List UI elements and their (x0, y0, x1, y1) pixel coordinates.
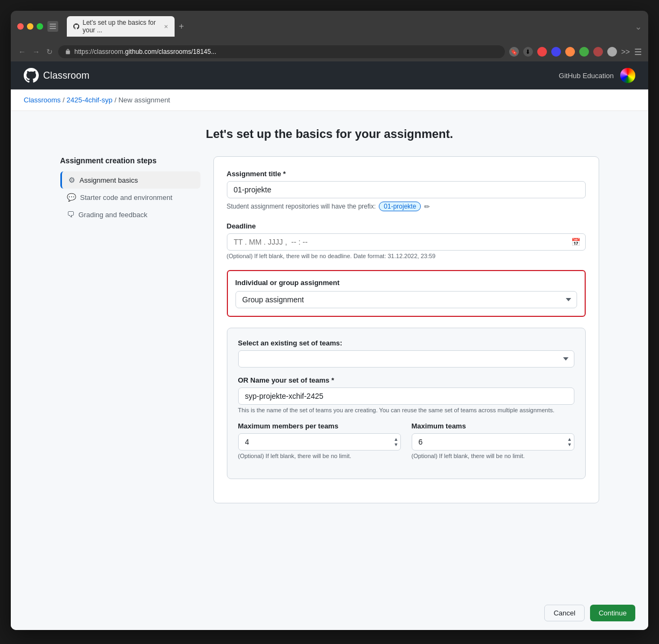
max-teams-hint: (Optional) If left blank, there will be … (412, 453, 574, 459)
tab-close-icon[interactable]: ✕ (164, 24, 168, 30)
svg-rect-2 (50, 28, 56, 29)
avatar[interactable] (620, 68, 635, 83)
tab-title: Let's set up the basics for your ... (82, 19, 158, 34)
breadcrumb-classrooms[interactable]: Classrooms (24, 96, 61, 104)
name-teams-hint: This is the name of the set of teams you… (238, 407, 574, 413)
assignment-type-select-wrapper: Individual assignment Group assignment (235, 291, 577, 308)
max-members-stepper[interactable]: ▲ ▼ (394, 437, 399, 447)
sidebar: Assignment creation steps ⚙ Assignment b… (60, 156, 200, 503)
max-members-input-wrapper: ▲ ▼ (238, 433, 401, 451)
menu-icon[interactable]: ☰ (634, 47, 642, 57)
gh-education-text: GitHub Education (559, 72, 614, 80)
max-members-up-icon[interactable]: ▲ (394, 437, 399, 442)
window-controls: ⌄ (635, 22, 642, 32)
gh-logo-text: Classroom (43, 70, 89, 81)
select-teams-group: Select an existing set of teams: (238, 339, 574, 368)
close-button[interactable] (17, 23, 24, 30)
bookmark-icon[interactable]: 🔖 (509, 47, 519, 57)
download-icon[interactable]: ⬇ (523, 47, 533, 57)
gh-logo: Classroom (24, 68, 89, 83)
max-teams-down-icon[interactable]: ▼ (567, 442, 572, 447)
ext2-icon[interactable] (551, 47, 561, 57)
back-button[interactable]: ← (17, 46, 27, 57)
sidebar-label-starter: Starter code and environment (80, 193, 172, 202)
sidebar-item-starter[interactable]: 💬 Starter code and environment (60, 189, 200, 206)
deadline-label: Deadline (227, 222, 586, 230)
active-tab[interactable]: Let's set up the basics for your ... ✕ (67, 16, 175, 37)
breadcrumb: Classrooms / 2425-4chif-syp / New assign… (11, 89, 648, 111)
footer: Cancel Continue (11, 596, 648, 630)
name-teams-group: OR Name your set of teams * This is the … (238, 376, 574, 413)
max-teams-up-icon[interactable]: ▲ (567, 437, 572, 442)
continue-button[interactable]: Continue (590, 605, 635, 621)
sidebar-item-basics[interactable]: ⚙ Assignment basics (60, 171, 200, 189)
prefix-hint: Student assignment repositories will hav… (227, 202, 586, 211)
sidebar-label-grading: Grading and feedback (79, 211, 148, 219)
sidebar-heading: Assignment creation steps (60, 156, 200, 165)
breadcrumb-classroom[interactable]: 2425-4chif-syp (66, 96, 112, 104)
address-domain: github (125, 48, 143, 56)
teams-section: Select an existing set of teams: OR Name… (227, 328, 586, 479)
main-content: Let's set up the basics for your assignm… (11, 111, 648, 596)
chevron-down-icon: ⌄ (635, 22, 642, 31)
tab-bar: Let's set up the basics for your ... ✕ + (67, 16, 630, 37)
ext1-icon[interactable] (537, 47, 547, 57)
assignment-title-group: Assignment title * Student assignment re… (227, 170, 586, 211)
refresh-button[interactable]: ↻ (45, 46, 54, 57)
name-teams-input[interactable] (238, 387, 574, 405)
gear-icon: ⚙ (68, 176, 75, 184)
svg-rect-0 (50, 24, 56, 25)
deadline-hint: (Optional) If left blank, there will be … (227, 253, 586, 259)
max-members-hint: (Optional) If left blank, there will be … (238, 453, 401, 459)
feedback-icon: 🗨 (67, 210, 74, 219)
max-teams-group: Maximum teams ▲ ▼ (Optional) If left bla… (412, 422, 574, 468)
forward-button[interactable]: → (31, 46, 41, 57)
layout: Assignment creation steps ⚙ Assignment b… (60, 156, 599, 503)
extensions-button[interactable]: >> (621, 47, 630, 56)
cancel-button[interactable]: Cancel (544, 605, 584, 621)
max-members-group: Maximum members per teams ▲ ▼ (Optional)… (238, 422, 401, 459)
prefix-badge: 01-projekte (379, 202, 421, 211)
assignment-type-select[interactable]: Individual assignment Group assignment (235, 291, 577, 308)
traffic-lights (17, 23, 43, 30)
minimize-button[interactable] (27, 23, 33, 30)
assignment-type-label: Individual or group assignment (235, 279, 577, 287)
breadcrumb-sep2: / (114, 96, 118, 104)
assignment-title-input[interactable] (227, 181, 586, 198)
select-teams-select[interactable] (238, 350, 574, 368)
page-content: Classroom GitHub Education Classrooms / … (11, 61, 648, 630)
address-path: .com/classrooms/18145... (143, 48, 217, 56)
select-teams-label: Select an existing set of teams: (238, 339, 574, 347)
toolbar-icons: 🔖 ⬇ >> ☰ (509, 47, 642, 57)
chat-icon: 💬 (67, 193, 76, 202)
gh-header: Classroom GitHub Education (11, 61, 648, 89)
address-input[interactable]: https://classroom.github.com/classrooms/… (58, 45, 505, 58)
breadcrumb-current: New assignment (119, 96, 170, 104)
ext6-icon[interactable] (607, 47, 617, 57)
assignment-type-section: Individual or group assignment Individua… (227, 270, 586, 317)
new-tab-button[interactable]: + (179, 22, 184, 31)
title-bar: Let's set up the basics for your ... ✕ +… (11, 11, 648, 42)
deadline-input[interactable] (227, 233, 586, 251)
max-teams-stepper[interactable]: ▲ ▼ (567, 437, 572, 447)
max-teams-input-wrapper: ▲ ▼ (412, 433, 574, 451)
github-logo-icon (24, 68, 39, 83)
name-teams-label: OR Name your set of teams * (238, 376, 574, 384)
calendar-icon[interactable]: 📅 (571, 238, 580, 246)
ext3-icon[interactable] (565, 47, 575, 57)
sidebar-item-grading[interactable]: 🗨 Grading and feedback (60, 206, 200, 223)
select-teams-wrapper (238, 350, 574, 368)
maximize-button[interactable] (37, 23, 43, 30)
deadline-group: Deadline 📅 (Optional) If left blank, the… (227, 222, 586, 259)
prefix-hint-text: Student assignment repositories will hav… (227, 203, 376, 210)
ext4-icon[interactable] (579, 47, 589, 57)
max-members-input[interactable] (238, 433, 401, 451)
max-teams-input[interactable] (412, 433, 574, 451)
assignment-title-label: Assignment title * (227, 170, 586, 178)
edit-icon[interactable]: ✏ (424, 203, 430, 211)
gh-header-right: GitHub Education (559, 68, 635, 83)
ext5-icon[interactable] (593, 47, 603, 57)
max-members-down-icon[interactable]: ▼ (394, 442, 399, 447)
max-fields: Maximum members per teams ▲ ▼ (Optional)… (238, 422, 574, 468)
max-members-label: Maximum members per teams (238, 422, 401, 430)
